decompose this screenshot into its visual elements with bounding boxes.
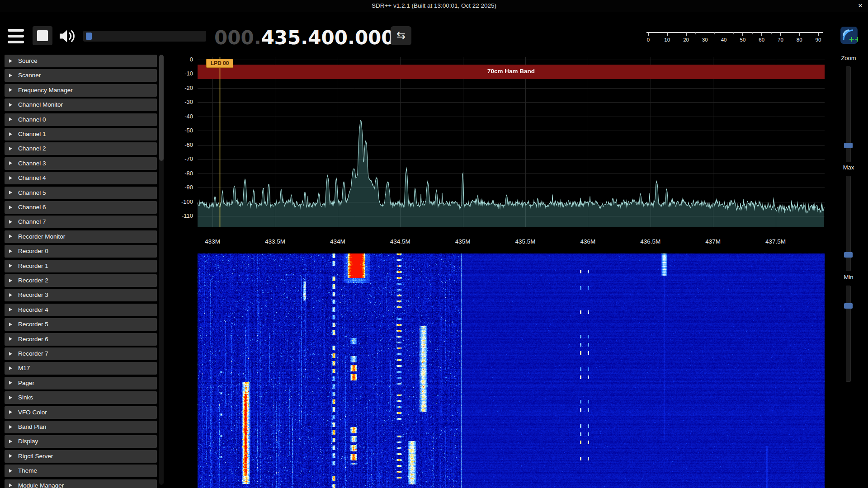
expand-arrow-icon: [9, 396, 12, 399]
snr-minor-tick: [771, 33, 772, 34]
snr-tick-label: 90: [811, 37, 825, 42]
snr-tick-label: 30: [698, 37, 712, 42]
sidebar-item-rigctl-server[interactable]: Rigctl Server: [5, 450, 157, 463]
sidebar-item-label: Channel 7: [18, 216, 46, 228]
snr-tick: [799, 33, 800, 36]
sidebar-item-label: Recorder 4: [18, 304, 48, 316]
menu-button[interactable]: [6, 27, 26, 45]
snr-minor-tick: [733, 33, 734, 34]
sidebar-item-recorder-1[interactable]: Recorder 1: [5, 260, 157, 272]
expand-arrow-icon: [9, 147, 12, 150]
sidebar-item-theme[interactable]: Theme: [5, 465, 157, 477]
freq-axis-label: 433.5M: [255, 238, 295, 245]
min-slider-handle[interactable]: [844, 303, 853, 309]
sidebar-item-display[interactable]: Display: [5, 435, 157, 448]
sidebar-item-channel-6[interactable]: Channel 6: [5, 201, 157, 214]
expand-arrow-icon: [9, 220, 12, 224]
min-label: Min: [834, 274, 863, 281]
expand-arrow-icon: [9, 352, 12, 356]
expand-arrow-icon: [9, 176, 12, 180]
sidebar-item-channel-0[interactable]: Channel 0: [5, 113, 157, 126]
sidebar-item-vfo-color[interactable]: VFO Color: [5, 406, 157, 419]
close-button[interactable]: ×: [858, 1, 863, 11]
snr-minor-tick: [809, 33, 809, 34]
snr-tick-label: 40: [717, 37, 731, 42]
sidebar-item-module-manager[interactable]: Module Manager: [5, 479, 157, 488]
sidebar-item-recorder-0[interactable]: Recorder 0: [5, 245, 157, 258]
sidebar-item-channel-1[interactable]: Channel 1: [5, 128, 157, 141]
sidebar-item-recorder-4[interactable]: Recorder 4: [5, 304, 157, 316]
expand-arrow-icon: [9, 103, 12, 107]
sidebar-item-label: M17: [18, 362, 30, 375]
expand-arrow-icon: [9, 454, 12, 458]
sidebar-item-label: Module Manager: [18, 479, 64, 488]
sidebar-item-recorder-2[interactable]: Recorder 2: [5, 274, 157, 287]
sidebar-item-channel-3[interactable]: Channel 3: [5, 157, 157, 170]
sidebar-item-m17[interactable]: M17: [5, 362, 157, 375]
frequency-dim-digits: 000.: [214, 27, 261, 49]
expand-arrow-icon: [9, 264, 12, 267]
sidebar-item-recorder-monitor[interactable]: Recorder Monitor: [5, 230, 157, 243]
sidebar-item-label: Sinks: [18, 391, 33, 404]
volume-slider-handle[interactable]: [86, 33, 92, 40]
sidebar-item-recorder-7[interactable]: Recorder 7: [5, 347, 157, 360]
sidebar-item-sinks[interactable]: Sinks: [5, 391, 157, 404]
expand-arrow-icon: [9, 323, 12, 326]
max-label: Max: [834, 164, 863, 171]
sidebar-item-channel-7[interactable]: Channel 7: [5, 216, 157, 228]
sidebar-item-pager[interactable]: Pager: [5, 377, 157, 389]
fft-spectrum-display[interactable]: [198, 57, 825, 227]
max-slider-handle[interactable]: [844, 252, 853, 258]
snr-tick: [780, 33, 781, 36]
sidebar-item-frequency-manager[interactable]: Frequency Manager: [5, 84, 157, 97]
expand-arrow-icon: [9, 366, 12, 370]
sidebar-item-label: Recorder 5: [18, 318, 48, 331]
expand-arrow-icon: [9, 206, 12, 209]
snr-minor-tick: [752, 33, 753, 34]
snr-tick-label: 10: [660, 37, 674, 42]
freq-axis-label: 434M: [317, 238, 358, 245]
stop-button[interactable]: [33, 26, 52, 45]
snr-tick-label: 0: [642, 37, 655, 42]
freq-axis-label: 436M: [567, 238, 608, 245]
snr-tick-label: 20: [679, 37, 693, 42]
snr-minor-tick: [658, 33, 658, 34]
sidebar-item-band-plan[interactable]: Band Plan: [5, 421, 157, 433]
db-axis-label: -90: [160, 184, 193, 191]
vfo-label[interactable]: LPD 00: [206, 59, 233, 68]
expand-arrow-icon: [9, 425, 12, 429]
sidebar-item-recorder-6[interactable]: Recorder 6: [5, 333, 157, 346]
db-axis-label: -10: [160, 70, 193, 77]
sidebar-item-label: VFO Color: [18, 406, 47, 419]
expand-arrow-icon: [9, 337, 12, 341]
min-slider[interactable]: [846, 286, 851, 382]
sidebar-item-channel-monitor[interactable]: Channel Monitor: [5, 99, 157, 111]
sidebar-item-recorder-3[interactable]: Recorder 3: [5, 289, 157, 301]
tuning-mode-button[interactable]: ⇆: [391, 26, 411, 45]
freq-axis-label: 434.5M: [380, 238, 420, 245]
sidebar-item-channel-5[interactable]: Channel 5: [5, 187, 157, 199]
zoom-label: Zoom: [834, 55, 863, 61]
snr-tick: [742, 33, 743, 36]
snr-minor-tick: [695, 33, 696, 34]
sidebar-item-label: Frequency Manager: [18, 84, 73, 97]
sidebar-item-scanner[interactable]: Scanner: [5, 69, 157, 82]
sidebar-item-channel-2[interactable]: Channel 2: [5, 142, 157, 155]
volume-slider[interactable]: [83, 31, 206, 42]
sidebar-item-source[interactable]: Source: [5, 55, 157, 67]
waterfall-display[interactable]: [198, 253, 825, 488]
mute-toggle-button[interactable]: [58, 28, 78, 44]
sidebar-item-label: Recorder Monitor: [18, 230, 65, 243]
sidebar-item-label: Channel 5: [18, 187, 46, 199]
zoom-slider-handle[interactable]: [844, 143, 853, 148]
expand-arrow-icon: [9, 88, 12, 92]
sidebar-item-label: Rigctl Server: [18, 450, 53, 463]
expand-arrow-icon: [9, 483, 12, 487]
frequency-display[interactable]: 000.435.400.000: [214, 25, 395, 51]
db-axis-label: -50: [160, 127, 193, 134]
expand-arrow-icon: [9, 59, 12, 63]
sidebar-item-label: Channel 3: [18, 157, 46, 170]
sidebar-item-recorder-5[interactable]: Recorder 5: [5, 318, 157, 331]
db-axis-label: -110: [160, 212, 193, 219]
sidebar-item-channel-4[interactable]: Channel 4: [5, 172, 157, 184]
